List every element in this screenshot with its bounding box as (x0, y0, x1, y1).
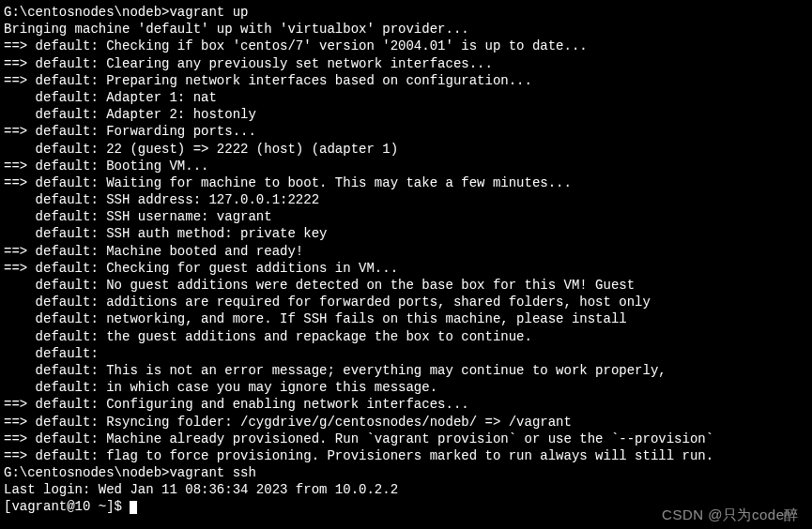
last-login-line: Last login: Wed Jan 11 08:36:34 2023 fro… (4, 481, 808, 498)
ssh-prompt: [vagrant@10 ~]$ (4, 499, 130, 514)
output-line: default: networking, and more. If SSH fa… (4, 310, 808, 327)
output-line: default: additions are required for forw… (4, 294, 808, 310)
prompt-line: G:\centosnodes\nodeb>vagrant ssh (4, 464, 808, 481)
output-line: default: This is not an error message; e… (4, 362, 808, 379)
output-line: default: (4, 345, 808, 362)
output-line: default: in which case you may ignore th… (4, 379, 808, 396)
output-line: default: No guest additions were detecte… (4, 277, 808, 294)
output-line: default: SSH auth method: private key (4, 225, 808, 242)
output-line: ==> default: Preparing network interface… (4, 72, 808, 89)
terminal-output[interactable]: G:\centosnodes\nodeb>vagrant upBringing … (4, 4, 808, 516)
watermark-text: CSDN @只为code醉 (662, 506, 799, 524)
command-text: vagrant up (169, 5, 248, 20)
output-line: ==> default: flag to force provisioning.… (4, 447, 808, 464)
output-line: default: Adapter 2: hostonly (4, 106, 808, 123)
output-line: ==> default: Machine booted and ready! (4, 243, 808, 260)
output-line: ==> default: Rsyncing folder: /cygdrive/… (4, 414, 808, 431)
prompt-line: G:\centosnodes\nodeb>vagrant up (4, 4, 808, 21)
output-line: ==> default: Checking if box 'centos/7' … (4, 38, 808, 54)
output-line: ==> default: Waiting for machine to boot… (4, 174, 808, 191)
output-line: default: 22 (guest) => 2222 (host) (adap… (4, 141, 808, 158)
output-line: ==> default: Booting VM... (4, 158, 808, 174)
output-line: ==> default: Configuring and enabling ne… (4, 396, 808, 413)
output-line: default: Adapter 1: nat (4, 89, 808, 106)
output-line: Bringing machine 'default' up with 'virt… (4, 21, 808, 38)
output-line: ==> default: Clearing any previously set… (4, 55, 808, 72)
output-line: ==> default: Forwarding ports... (4, 123, 808, 140)
prompt-path: G:\centosnodes\nodeb> (4, 5, 169, 20)
output-line: default: SSH address: 127.0.0.1:2222 (4, 191, 808, 208)
output-line: ==> default: Machine already provisioned… (4, 431, 808, 447)
output-line: default: the guest additions and repacka… (4, 328, 808, 345)
prompt-path: G:\centosnodes\nodeb> (4, 465, 169, 480)
output-line: default: SSH username: vagrant (4, 208, 808, 225)
command-text: vagrant ssh (169, 465, 255, 480)
cursor-icon (130, 501, 137, 514)
output-line: ==> default: Checking for guest addition… (4, 260, 808, 277)
